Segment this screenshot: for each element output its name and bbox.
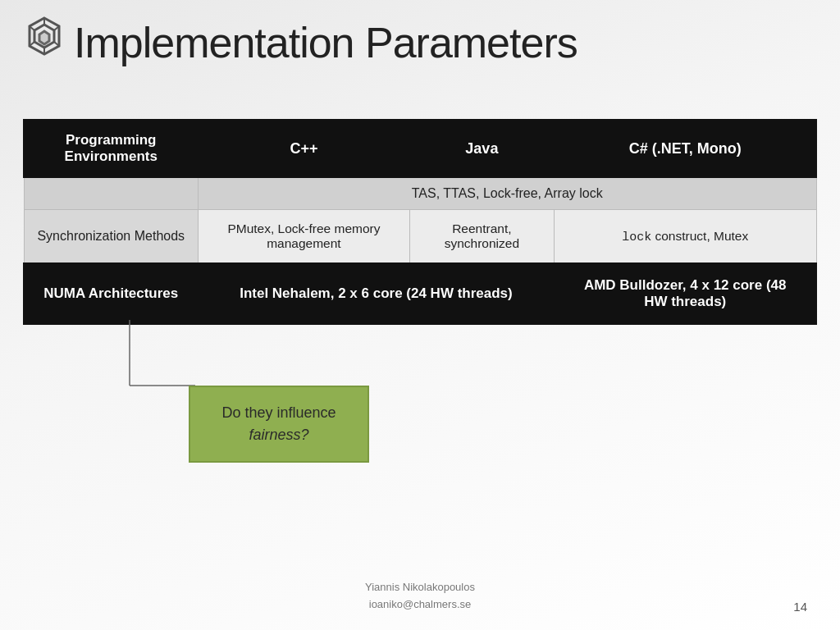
shared-tas-cell: TAS, TTAS, Lock-free, Array lock <box>199 177 816 210</box>
sync-cpp: PMutex, Lock-free memory management <box>199 210 410 264</box>
sync-csharp-rest: construct, Mutex <box>651 229 748 243</box>
callout-line1: Do they influence <box>221 404 336 421</box>
sync-methods-row: Synchronization Methods PMutex, Lock-fre… <box>24 210 816 264</box>
header-cpp: C++ <box>199 120 410 177</box>
footer-name: Yiannis Nikolakopoulos <box>0 579 840 596</box>
sync-csharp-code: lock <box>622 231 651 244</box>
numa-label: NUMA Architectures <box>24 263 199 324</box>
callout-container: Do they influence fairness? <box>189 386 369 463</box>
numa-amd: AMD Bulldozer, 4 x 12 core (48 HW thread… <box>554 263 816 324</box>
shared-tas-row: TAS, TTAS, Lock-free, Array lock <box>24 177 816 210</box>
svg-marker-2 <box>39 31 49 44</box>
sync-label: Synchronization Methods <box>24 210 199 264</box>
header-environments: Programming Environments <box>24 120 199 177</box>
logo <box>23 15 66 57</box>
sync-csharp: lock construct, Mutex <box>554 210 816 264</box>
parameters-table: Programming Environments C++ Java C# (.N… <box>23 119 817 325</box>
slide-number: 14 <box>793 600 807 614</box>
footer-email: ioaniko@chalmers.se <box>0 596 840 614</box>
sync-java: Reentrant, synchronized <box>409 210 554 264</box>
footer: Yiannis Nikolakopoulos ioaniko@chalmers.… <box>0 579 840 614</box>
slide-title: Implementation Parameters <box>74 18 807 67</box>
callout-box: Do they influence fairness? <box>189 386 369 463</box>
table-header-row: Programming Environments C++ Java C# (.N… <box>24 120 816 177</box>
numa-row: NUMA Architectures Intel Nehalem, 2 x 6 … <box>24 263 816 324</box>
header-java: Java <box>409 120 554 177</box>
callout-line2: fairness? <box>249 427 308 443</box>
numa-intel: Intel Nehalem, 2 x 6 core (24 HW threads… <box>199 263 555 324</box>
header-csharp: C# (.NET, Mono) <box>554 120 816 177</box>
